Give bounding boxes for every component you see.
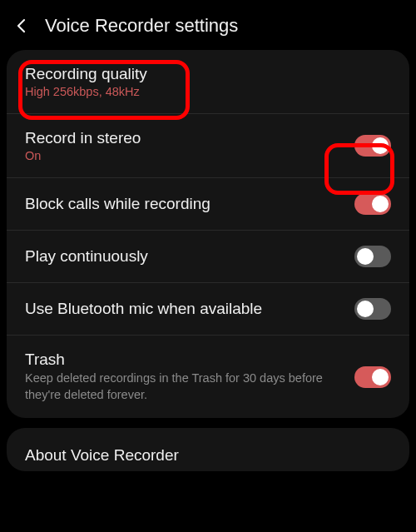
row-title: Play continuously — [25, 247, 344, 266]
setting-play-continuously[interactable]: Play continuously — [7, 231, 409, 283]
row-title: Trash — [25, 351, 344, 369]
setting-recording-quality[interactable]: Recording quality High 256kbps, 48kHz — [7, 50, 409, 114]
toggle-play-continuously[interactable] — [354, 246, 391, 267]
back-icon[interactable] — [12, 16, 32, 36]
settings-panel: Recording quality High 256kbps, 48kHz Re… — [7, 50, 409, 418]
toggle-record-stereo[interactable] — [354, 135, 391, 157]
setting-block-calls[interactable]: Block calls while recording — [7, 178, 409, 231]
row-subtitle: On — [25, 149, 344, 162]
setting-use-bluetooth[interactable]: Use Bluetooth mic when available — [7, 283, 409, 336]
row-text: Recording quality High 256kbps, 48kHz — [25, 65, 391, 98]
header-bar: Voice Recorder settings — [0, 0, 416, 50]
toggle-knob — [372, 369, 389, 385]
row-title: Record in stereo — [25, 129, 344, 147]
setting-trash[interactable]: Trash Keep deleted recordings in the Tra… — [7, 336, 409, 418]
row-subtitle: High 256kbps, 48kHz — [25, 85, 381, 98]
row-text: Play continuously — [25, 247, 354, 266]
row-text: Use Bluetooth mic when available — [25, 300, 354, 318]
about-panel[interactable]: About Voice Recorder — [7, 428, 409, 471]
row-title: Recording quality — [25, 65, 381, 83]
setting-record-stereo[interactable]: Record in stereo On — [7, 114, 409, 178]
toggle-trash[interactable] — [354, 366, 391, 388]
page-title: Voice Recorder settings — [45, 15, 238, 37]
toggle-knob — [357, 301, 374, 317]
row-title: Use Bluetooth mic when available — [25, 300, 344, 318]
row-subtitle: Keep deleted recordings in the Trash for… — [25, 370, 344, 403]
toggle-knob — [372, 196, 389, 212]
row-text: Record in stereo On — [25, 129, 354, 162]
toggle-knob — [372, 137, 389, 154]
about-title: About Voice Recorder — [25, 446, 391, 465]
row-title: Block calls while recording — [25, 195, 344, 213]
toggle-use-bluetooth[interactable] — [354, 298, 391, 320]
row-text: Trash Keep deleted recordings in the Tra… — [25, 351, 354, 403]
row-text: Block calls while recording — [25, 195, 354, 213]
toggle-knob — [357, 248, 374, 265]
toggle-block-calls[interactable] — [354, 193, 391, 215]
